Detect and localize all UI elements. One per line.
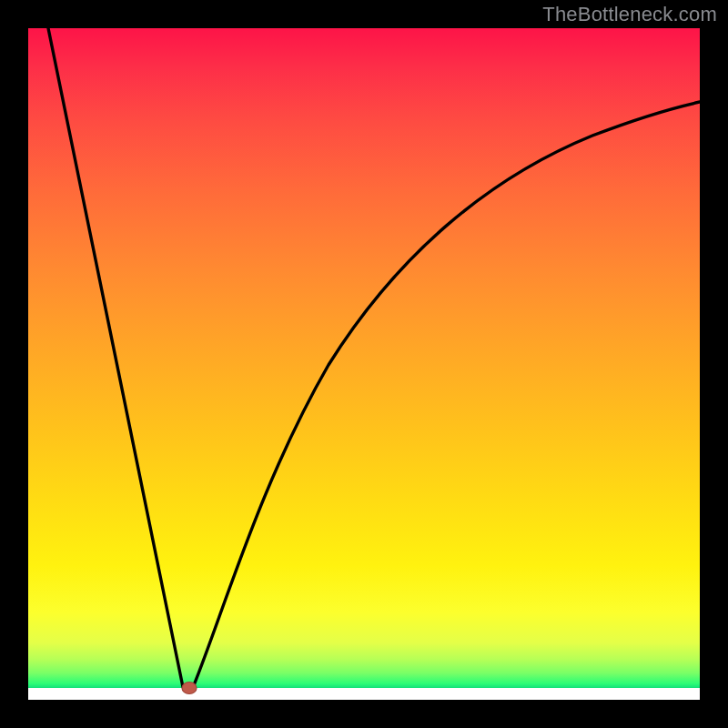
bottleneck-curve	[48, 28, 700, 689]
watermark-text: TheBottleneck.com	[542, 3, 717, 26]
frame-bar-right	[700, 0, 728, 728]
chart-stage: TheBottleneck.com	[0, 0, 728, 728]
frame-bar-left	[0, 0, 28, 728]
marker-dot	[182, 682, 197, 694]
frame-bar-bottom	[0, 700, 728, 728]
chart-overlay	[28, 28, 700, 700]
